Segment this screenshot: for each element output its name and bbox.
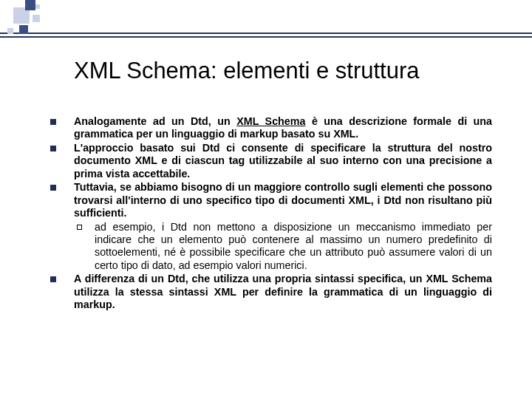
slide-content: Analogamente ad un Dtd, un XML Schema è … [49,115,492,313]
text-fragment: Tuttavia, se abbiamo bisogno di un maggi… [74,181,492,219]
text-fragment-underline: XML Schema [236,115,305,127]
slide: XML Schema: elementi e struttura Analoga… [0,0,532,399]
text-fragment: ad esempio, i Dtd non mettono a disposiz… [95,221,492,271]
slide-title: XML Schema: elementi e struttura [74,58,488,84]
text-fragment: L'approccio basato sui Dtd ci consente d… [74,142,492,180]
list-item: Analogamente ad un Dtd, un XML Schema è … [49,115,492,141]
bullet-list: Analogamente ad un Dtd, un XML Schema è … [49,115,492,312]
sub-bullet-list: ad esempio, i Dtd non mettono a disposiz… [74,221,492,273]
header-decoration [0,0,532,41]
list-item: Tuttavia, se abbiamo bisogno di un maggi… [49,181,492,272]
list-item: ad esempio, i Dtd non mettono a disposiz… [74,221,492,273]
text-fragment: A differenza di un Dtd, che utilizza una… [74,273,492,310]
text-fragment: Analogamente ad un Dtd, un [74,115,236,127]
list-item: A differenza di un Dtd, che utilizza una… [49,273,492,311]
list-item: L'approccio basato sui Dtd ci consente d… [49,142,492,180]
